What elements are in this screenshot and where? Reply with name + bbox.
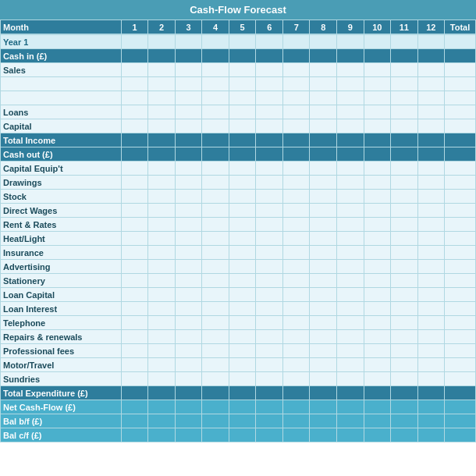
data-cell[interactable] [121, 119, 148, 133]
data-cell[interactable] [336, 428, 364, 442]
data-cell[interactable] [256, 133, 283, 147]
total-cell[interactable] [445, 414, 476, 428]
data-cell[interactable] [148, 105, 176, 119]
data-cell[interactable] [256, 176, 283, 190]
data-cell[interactable] [256, 232, 283, 246]
data-cell[interactable] [229, 105, 256, 119]
data-cell[interactable] [417, 105, 445, 119]
data-cell[interactable] [175, 218, 202, 232]
data-cell[interactable] [121, 204, 148, 218]
data-cell[interactable] [256, 162, 283, 176]
data-cell[interactable] [256, 35, 283, 49]
data-cell[interactable] [148, 428, 176, 442]
data-cell[interactable] [148, 372, 176, 386]
data-cell[interactable] [310, 190, 337, 204]
data-cell[interactable] [336, 77, 364, 91]
data-cell[interactable] [148, 288, 176, 302]
data-cell[interactable] [256, 77, 283, 91]
data-cell[interactable] [336, 218, 364, 232]
data-cell[interactable] [391, 428, 418, 442]
data-cell[interactable] [202, 91, 229, 105]
data-cell[interactable] [148, 218, 176, 232]
total-cell[interactable] [445, 246, 476, 260]
data-cell[interactable] [391, 358, 418, 372]
data-cell[interactable] [282, 133, 310, 147]
data-cell[interactable] [417, 372, 445, 386]
data-cell[interactable] [391, 232, 418, 246]
data-cell[interactable] [229, 162, 256, 176]
total-cell[interactable] [445, 119, 476, 133]
total-cell[interactable] [445, 302, 476, 316]
data-cell[interactable] [121, 77, 148, 91]
data-cell[interactable] [202, 147, 229, 162]
total-cell[interactable] [445, 358, 476, 372]
total-cell[interactable] [445, 218, 476, 232]
data-cell[interactable] [417, 260, 445, 274]
data-cell[interactable] [364, 260, 391, 274]
data-cell[interactable] [175, 77, 202, 91]
data-cell[interactable] [148, 77, 176, 91]
data-cell[interactable] [336, 414, 364, 428]
data-cell[interactable] [256, 344, 283, 358]
data-cell[interactable] [256, 63, 283, 77]
data-cell[interactable] [417, 91, 445, 105]
data-cell[interactable] [175, 330, 202, 344]
data-cell[interactable] [175, 232, 202, 246]
data-cell[interactable] [121, 133, 148, 147]
total-cell[interactable] [445, 400, 476, 414]
data-cell[interactable] [417, 162, 445, 176]
data-cell[interactable] [364, 105, 391, 119]
data-cell[interactable] [229, 428, 256, 442]
data-cell[interactable] [175, 35, 202, 49]
data-cell[interactable] [364, 232, 391, 246]
data-cell[interactable] [256, 428, 283, 442]
data-cell[interactable] [364, 386, 391, 400]
data-cell[interactable] [336, 260, 364, 274]
data-cell[interactable] [391, 35, 418, 49]
data-cell[interactable] [202, 133, 229, 147]
data-cell[interactable] [310, 147, 337, 162]
total-cell[interactable] [445, 162, 476, 176]
data-cell[interactable] [202, 274, 229, 288]
data-cell[interactable] [229, 35, 256, 49]
data-cell[interactable] [148, 162, 176, 176]
data-cell[interactable] [417, 316, 445, 330]
data-cell[interactable] [202, 218, 229, 232]
data-cell[interactable] [336, 204, 364, 218]
data-cell[interactable] [310, 105, 337, 119]
data-cell[interactable] [121, 162, 148, 176]
data-cell[interactable] [391, 133, 418, 147]
data-cell[interactable] [175, 105, 202, 119]
data-cell[interactable] [310, 91, 337, 105]
data-cell[interactable] [175, 274, 202, 288]
data-cell[interactable] [202, 77, 229, 91]
data-cell[interactable] [175, 358, 202, 372]
data-cell[interactable] [417, 428, 445, 442]
data-cell[interactable] [148, 302, 176, 316]
data-cell[interactable] [417, 176, 445, 190]
data-cell[interactable] [336, 386, 364, 400]
data-cell[interactable] [202, 176, 229, 190]
data-cell[interactable] [256, 288, 283, 302]
data-cell[interactable] [121, 147, 148, 162]
data-cell[interactable] [391, 246, 418, 260]
data-cell[interactable] [121, 330, 148, 344]
total-cell[interactable] [445, 91, 476, 105]
data-cell[interactable] [148, 386, 176, 400]
data-cell[interactable] [364, 372, 391, 386]
data-cell[interactable] [364, 302, 391, 316]
data-cell[interactable] [282, 91, 310, 105]
data-cell[interactable] [282, 428, 310, 442]
data-cell[interactable] [256, 358, 283, 372]
data-cell[interactable] [202, 414, 229, 428]
data-cell[interactable] [256, 330, 283, 344]
data-cell[interactable] [256, 147, 283, 162]
data-cell[interactable] [229, 147, 256, 162]
data-cell[interactable] [391, 105, 418, 119]
data-cell[interactable] [175, 63, 202, 77]
data-cell[interactable] [417, 274, 445, 288]
data-cell[interactable] [202, 49, 229, 63]
data-cell[interactable] [336, 330, 364, 344]
data-cell[interactable] [282, 302, 310, 316]
data-cell[interactable] [229, 260, 256, 274]
